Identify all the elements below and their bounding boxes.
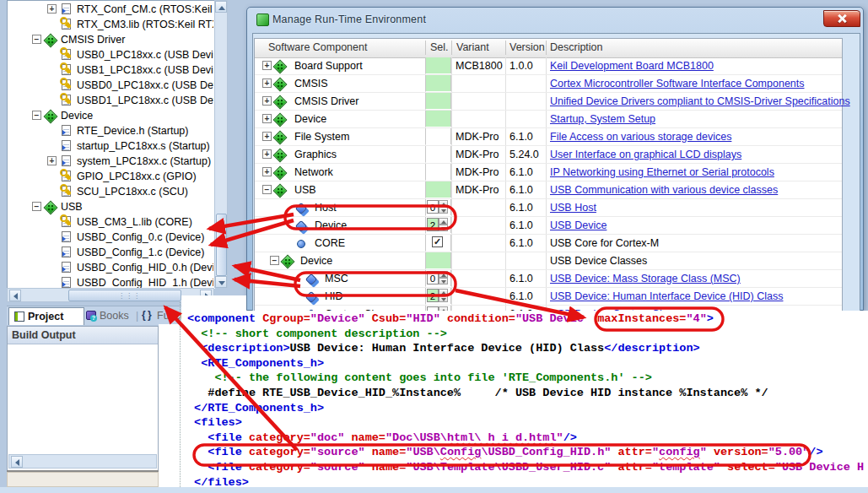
column-software-component[interactable]: Software Component — [268, 41, 367, 53]
tree-item-scu-lpc18xx-c-scu[interactable]: SCU_LPC18xx.c (SCU) — [9, 184, 213, 199]
instance-count[interactable]: 0 — [427, 271, 439, 284]
component-row-cmsis-driver[interactable]: +CMSIS DriverUnified Device Drivers comp… — [255, 93, 842, 111]
tree-item-usb-cm3-l-lib-core[interactable]: USB_CM3_L.lib (CORE) — [9, 214, 213, 230]
description-link[interactable]: USB Communication with various device cl… — [550, 184, 778, 196]
expander-plus-icon[interactable]: + — [262, 114, 272, 123]
tree-item-cmsis-driver[interactable]: −CMSIS Driver — [9, 32, 213, 47]
expander-minus-icon[interactable]: − — [262, 185, 272, 194]
sel-cell[interactable]: 2 — [425, 217, 451, 233]
scrollbar-thumb[interactable]: ⋮⋮⋮ — [68, 290, 181, 301]
spin-down-icon[interactable] — [439, 207, 448, 214]
sel-cell[interactable] — [425, 93, 451, 109]
tab-project[interactable]: Project — [8, 307, 84, 325]
sel-cell[interactable] — [425, 111, 451, 127]
component-row-board-support[interactable]: +Board SupportMCB18001.0.0Keil Developme… — [255, 57, 842, 75]
tree-item-usbd0-lpc18xx-c-usb-device[interactable]: USBD0_LPC18xx.c (USB Device: — [9, 78, 213, 93]
component-row-hid[interactable]: HID26.1.0USB Device: Human Interface Dev… — [255, 288, 842, 306]
column-variant[interactable]: Variant — [456, 41, 489, 53]
tree-item-usbd-config-1-c-device[interactable]: USBD_Config_1.c (Device) — [9, 245, 213, 260]
spin-up-icon[interactable] — [439, 271, 448, 278]
description-link[interactable]: USB Host — [550, 202, 596, 214]
build-output-header[interactable]: Build Output — [8, 327, 158, 344]
tree-vertical-scrollbar[interactable]: ≡ — [214, 0, 228, 288]
tree-item-gpio-lpc18xx-c-gpio[interactable]: GPIO_LPC18xx.c (GPIO) — [9, 169, 213, 184]
column-version[interactable]: Version — [509, 41, 545, 53]
column-description[interactable]: Description — [550, 41, 603, 53]
scroll-left-button[interactable] — [11, 456, 23, 468]
description-link[interactable]: File Access on various storage devices — [550, 131, 731, 143]
component-row-device[interactable]: Device26.1.0USB Device — [255, 217, 842, 235]
sel-cell[interactable] — [425, 75, 451, 91]
tree-item-usb1-lpc18xx-c-usb-device-u[interactable]: USB1_LPC18xx.c (USB Device:U — [9, 62, 213, 78]
description-link[interactable]: IP Networking using Ethernet or Serial p… — [550, 166, 774, 178]
component-row-network[interactable]: +NetworkMDK-Pro6.1.0IP Networking using … — [255, 164, 842, 181]
component-row-device[interactable]: −DeviceUSB Device Classes — [255, 252, 842, 270]
scroll-left-button[interactable] — [9, 290, 21, 301]
build-output-scrollbar[interactable] — [8, 454, 157, 469]
component-row-file-system[interactable]: +File SystemMDK-Pro6.1.0File Access on v… — [255, 128, 842, 146]
description-link[interactable]: Unified Device Drivers compliant to CMSI… — [550, 95, 850, 107]
sel-cell[interactable] — [425, 252, 451, 268]
spin-up-icon[interactable] — [439, 200, 448, 207]
sel-cell[interactable]: ✓ — [425, 235, 451, 251]
component-row-graphics[interactable]: +GraphicsMDK-Pro5.24.0User Interface on … — [255, 146, 842, 164]
tree-item-rte-device-h-startup[interactable]: RTE_Device.h (Startup) — [9, 123, 213, 138]
tree-item-usbd1-lpc18xx-c-usb-device[interactable]: USBD1_LPC18xx.c (USB Device: — [9, 93, 213, 108]
description-link[interactable]: Startup, System Setup — [550, 113, 655, 125]
expander-plus-icon[interactable]: + — [262, 132, 272, 141]
description-link[interactable]: USB Device: Mass Storage Class (MSC) — [550, 273, 741, 284]
expander-plus-icon[interactable]: + — [47, 156, 57, 165]
expander-plus-icon[interactable]: + — [262, 167, 272, 176]
expander-plus-icon[interactable]: + — [262, 79, 272, 88]
tree-item-usb0-lpc18xx-c-usb-device-u[interactable]: USB0_LPC18xx.c (USB Device:U — [9, 47, 213, 62]
close-button[interactable] — [823, 10, 860, 27]
description-link[interactable]: USB Device: Human Interface Device (HID)… — [550, 290, 783, 302]
tree-item-usbd-config-hid-0-h-device[interactable]: USBD_Config_HID_0.h (Device: — [9, 260, 213, 275]
spin-down-icon[interactable] — [439, 295, 448, 302]
tree-item-startup-lpc18xx-s-startup[interactable]: startup_LPC18xx.s (Startup) — [9, 138, 213, 154]
instance-count[interactable]: 2 — [427, 218, 439, 231]
scroll-down-button[interactable] — [215, 276, 227, 288]
expander-minus-icon[interactable]: − — [32, 202, 41, 211]
instance-stepper[interactable] — [439, 289, 448, 302]
scrollbar-thumb[interactable]: ≡ — [216, 214, 227, 276]
expander-plus-icon[interactable]: + — [47, 4, 57, 14]
expander-minus-icon[interactable]: − — [270, 256, 279, 265]
sel-cell[interactable]: 0 — [425, 270, 451, 286]
tree-item-rtx-conf-cm-c-rtos-keil-rt[interactable]: +RTX_Conf_CM.c (RTOS:Keil RT — [9, 2, 213, 17]
tree-item-system-lpc18xx-c-startup[interactable]: +system_LPC18xx.c (Startup) — [9, 154, 213, 169]
component-row-usb[interactable]: −USBMDK-Pro6.1.0USB Communication with v… — [255, 181, 842, 199]
expander-minus-icon[interactable]: − — [32, 111, 41, 120]
description-link[interactable]: Cortex Microcontroller Software Interfac… — [550, 78, 805, 89]
sel-cell[interactable] — [425, 57, 451, 73]
tree-item-usb[interactable]: −USB — [9, 199, 213, 214]
spin-down-icon[interactable] — [439, 278, 448, 284]
tree-item-usbd-config-hid-1-h-device[interactable]: USBD_Config_HID_1.h (Device: — [9, 275, 213, 288]
scroll-up-button[interactable] — [215, 1, 227, 13]
expander-plus-icon[interactable]: + — [262, 96, 272, 106]
instance-stepper[interactable] — [439, 218, 448, 231]
spin-down-icon[interactable] — [439, 225, 448, 231]
component-row-cmsis[interactable]: +CMSISCortex Microcontroller Software In… — [255, 75, 842, 93]
sel-cell[interactable]: 2 — [425, 288, 451, 304]
expander-plus-icon[interactable]: + — [262, 149, 272, 159]
instance-count[interactable]: 2 — [427, 289, 439, 302]
component-row-device[interactable]: +DeviceStartup, System Setup — [255, 111, 842, 128]
component-row-msc[interactable]: MSC06.1.0USB Device: Mass Storage Class … — [255, 270, 842, 288]
tree-item-rtx-cm3-lib-rtos-keil-rtx[interactable]: RTX_CM3.lib (RTOS:Keil RTX) — [9, 17, 213, 32]
component-row-host[interactable]: Host06.1.0USB Host — [255, 199, 842, 217]
component-row-core[interactable]: CORE✓6.1.0USB Core for Cortex-M — [255, 235, 842, 252]
tab-books[interactable]: Books — [84, 307, 137, 324]
column-sel[interactable]: Sel. — [430, 41, 449, 53]
sel-cell[interactable]: 0 — [425, 199, 451, 215]
sel-cell[interactable] — [425, 181, 451, 198]
instance-stepper[interactable] — [439, 200, 448, 214]
spin-up-icon[interactable] — [439, 289, 448, 295]
expander-minus-icon[interactable]: − — [32, 35, 41, 44]
spin-up-icon[interactable] — [439, 218, 448, 225]
select-checkbox[interactable]: ✓ — [432, 236, 443, 247]
tree-item-usbd-config-0-c-device[interactable]: USBD_Config_0.c (Device) — [9, 230, 213, 245]
description-link[interactable]: Keil Development Board MCB1800 — [550, 60, 714, 72]
instance-count[interactable]: 0 — [427, 200, 439, 214]
expander-plus-icon[interactable]: + — [262, 61, 272, 70]
